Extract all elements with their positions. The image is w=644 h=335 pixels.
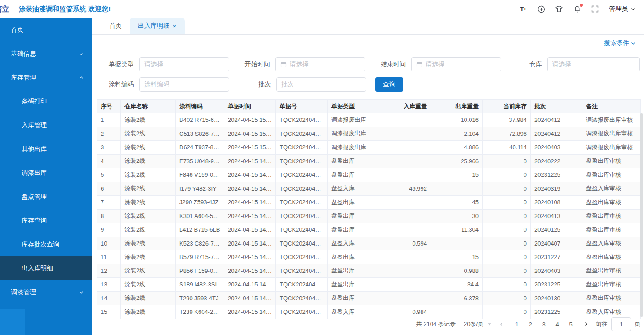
search-condition-toggle[interactable]: 搜索条件 [604, 39, 636, 47]
sidebar-item-其他出库[interactable]: 其他出库 [0, 137, 92, 161]
table-cell [431, 237, 483, 250]
table-cell: 20240407 [531, 237, 582, 250]
table-row: 3涂装2线D624 T937-8DT2024-04-15 15:...TQCK2… [97, 141, 641, 155]
table-cell: 调漆报废出库 [328, 127, 379, 141]
table-cell: 0 [483, 264, 531, 278]
column-header: 当前库存 [483, 100, 531, 113]
chevron-down-icon [631, 40, 636, 46]
app-title: 涂装油漆调和监管系统 欢迎您! [19, 5, 111, 13]
sidebar-item-入库管理[interactable]: 入库管理 [0, 113, 92, 137]
table-cell: 盘盈入库审核 [582, 182, 641, 196]
sidebar-item-调漆管理[interactable]: 调漆管理 [0, 280, 92, 304]
table-cell: 0 [483, 223, 531, 237]
table-cell [379, 291, 431, 305]
table-cell: 4 [97, 154, 121, 168]
page-size-select[interactable]: 20条/页 [464, 320, 492, 328]
table-cell: 调漆报废出库 [328, 113, 379, 127]
table-cell: 15 [431, 168, 483, 182]
font-size-icon[interactable]: TT [519, 5, 527, 13]
calendar-icon [280, 61, 287, 67]
chevron-down-icon [79, 290, 84, 295]
page-number-2[interactable]: 2 [525, 319, 536, 330]
start-time-placeholder: 请选择 [290, 60, 309, 68]
sidebar-item-库存查询[interactable]: 库存查询 [0, 209, 92, 232]
sidebar-item-label: 出入库明细 [22, 264, 53, 272]
table-cell: 涂装2线 [121, 250, 176, 264]
table-cell: P856 F159-0PF [176, 264, 224, 278]
bell-icon[interactable] [573, 5, 581, 13]
end-time-input[interactable]: 请选择 [411, 57, 501, 71]
page-number-5[interactable]: 5 [565, 319, 576, 330]
table-row: 12涂装2线P856 F159-0PF2024-04-15 14:...TQCK… [97, 264, 641, 278]
tab-出入库明细[interactable]: 出入库明细× [130, 18, 185, 34]
user-menu[interactable]: 管理员 [609, 5, 636, 13]
table-cell: 盘盈出库 [328, 264, 379, 278]
sidebar-item-label: 首页 [11, 26, 23, 34]
table-cell: 45 [431, 196, 483, 210]
table-row: 4涂装2线E735 U048-9EU2024-04-15 14:...TQCK2… [97, 154, 641, 168]
goto-page-input[interactable] [611, 317, 631, 331]
table-cell: T239 K604-2RH [176, 305, 224, 319]
table-cell: 20231227 [531, 250, 582, 264]
table-cell: 20231225 [531, 305, 582, 319]
warehouse-placeholder: 请选择 [552, 60, 571, 68]
app-root: 倍立 涂装油漆调和监管系统 欢迎您! TT [0, 0, 644, 335]
table-scrollbar[interactable] [640, 113, 643, 317]
table-cell: 0 [483, 291, 531, 305]
table-cell: TQCK2024041.... [276, 127, 328, 141]
tab-首页[interactable]: 首页 [101, 18, 130, 34]
query-button[interactable]: 查询 [375, 77, 403, 92]
table-cell: 20240125 [531, 223, 582, 237]
sidebar-item-调漆出库[interactable]: 调漆出库 [0, 161, 92, 185]
table-cell [379, 168, 431, 182]
sidebar-item-出入库明细[interactable]: 出入库明细 [0, 256, 92, 280]
sidebar-item-基础信息[interactable]: 基础信息 [0, 42, 92, 66]
start-time-input[interactable]: 请选择 [275, 57, 365, 71]
batch-input[interactable]: 批次 [276, 77, 366, 92]
start-time-label: 开始时间 [233, 60, 275, 68]
paint-code-input[interactable]: 涂料编码 [139, 77, 229, 92]
table-cell: TQCK2024041.... [276, 278, 328, 292]
table-cell: 盘盈出库审核 [582, 168, 641, 182]
warehouse-select[interactable]: 请选择 [547, 57, 640, 71]
sidebar-item-label: 入库管理 [22, 121, 47, 130]
table-cell: 11 [97, 250, 121, 264]
chevron-down-icon [487, 322, 492, 326]
sidebar-items: 首页基础信息库存管理条码打印入库管理其他出库调漆出库盘点管理库存查询库存批次查询… [0, 18, 92, 304]
tab-bar: 首页出入库明细× [92, 18, 644, 35]
page-number-3[interactable]: 3 [538, 319, 549, 330]
page-number-4[interactable]: 4 [552, 319, 563, 330]
records-table-wrap: 序号仓库名称涂料编码单据时间单据号单据类型入库重量出库重量当前库存批次备注 1涂… [97, 99, 640, 319]
table-row: 11涂装2线B579 R715-7AQ2024-04-15 14:...TQCK… [97, 250, 641, 264]
sidebar-item-盘点管理[interactable]: 盘点管理 [0, 185, 92, 209]
theme-shirt-icon[interactable] [555, 5, 563, 13]
close-icon[interactable]: × [173, 22, 177, 29]
table-cell: 30 [431, 209, 483, 223]
table-cell: C513 S826-7CS [176, 127, 224, 141]
table-cell: 20240319 [531, 182, 582, 196]
doc-type-select[interactable]: 请选择 [139, 57, 229, 71]
sidebar-collapse-button[interactable] [0, 309, 25, 335]
prev-page-button[interactable] [496, 319, 507, 330]
table-cell: 盘盈出库审核 [582, 278, 641, 292]
table-cell: 11.304 [431, 223, 483, 237]
table-cell: 5 [97, 168, 121, 182]
search-row-1: 单据类型 请选择 开始时间 请选择 [97, 57, 640, 72]
table-cell: 涂装2线 [121, 278, 176, 292]
table-cell: 2024-04-15 14:... [224, 182, 276, 196]
sidebar-item-首页[interactable]: 首页 [0, 18, 92, 42]
sidebar-item-条码打印[interactable]: 条码打印 [0, 89, 92, 113]
table-cell: 盘盈入库审核 [582, 237, 641, 250]
goto-label: 前往 [596, 320, 608, 328]
sidebar-item-库存管理[interactable]: 库存管理 [0, 66, 92, 89]
end-time-label: 结束时间 [369, 60, 411, 68]
column-header: 入库重量 [379, 100, 431, 113]
sidebar-item-库存批次查询[interactable]: 库存批次查询 [0, 232, 92, 256]
table-cell: 盘盈入库 [328, 237, 379, 250]
fullscreen-icon[interactable] [591, 5, 599, 13]
circle-plus-icon[interactable] [537, 5, 545, 13]
next-page-button[interactable] [581, 319, 591, 330]
table-cell: 20240412 [531, 127, 582, 141]
page-number-1[interactable]: 1 [511, 319, 522, 330]
field-start-time: 开始时间 请选择 [233, 57, 369, 71]
